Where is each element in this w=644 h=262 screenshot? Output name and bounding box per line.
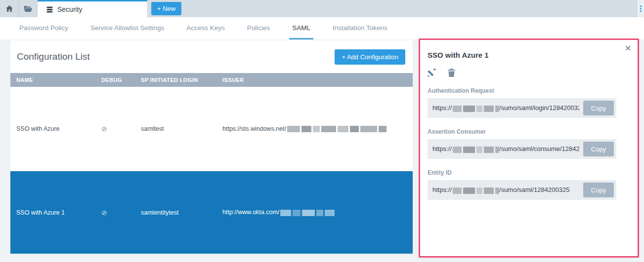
config-name: SSO with Azure 1 [16, 209, 101, 216]
table-row-sso-with-azure[interactable]: SSO with Azure ⊘ samltest https://sts.wi… [10, 87, 413, 171]
tab-policies[interactable]: Policies [244, 17, 273, 39]
folder-icon [24, 5, 32, 12]
authentication-request-field: https:///sumo/saml/login/1284200325 Copy [428, 98, 616, 118]
field-label: Assertion Consumer [428, 128, 630, 135]
tab-installation-tokens[interactable]: Installation Tokens [330, 17, 390, 39]
redacted-blur [280, 210, 335, 216]
copy-entity-id-button[interactable]: Copy [583, 183, 614, 197]
entity-id-group: Entity ID https:///sumo/saml/1284200325 … [428, 169, 630, 200]
copy-assertion-consumer-button[interactable]: Copy [583, 142, 614, 156]
tab-service-allowlist-settings[interactable]: Service Allowlist Settings [87, 17, 167, 39]
edit-button[interactable] [428, 69, 436, 77]
issuer-prefix: http://www.okta.com/ [222, 209, 279, 216]
column-header-sp-initiated-login: SP INITIATED LOGIN [141, 77, 222, 83]
tab-access-keys[interactable]: Access Keys [183, 17, 227, 39]
redacted-blur [453, 147, 499, 153]
debug-disabled-icon: ⊘ [101, 209, 141, 217]
debug-disabled-icon: ⊘ [101, 125, 141, 133]
folder-tab[interactable] [19, 0, 38, 17]
field-value: https:///sumo/saml/consume/128420 [432, 145, 579, 152]
issuer-value: http://www.okta.com/ [222, 209, 413, 216]
entity-id-field: https:///sumo/saml/1284200325 Copy [428, 180, 616, 200]
home-tab[interactable] [0, 0, 19, 17]
column-header-issuer: ISSUER [222, 77, 413, 83]
tab-security[interactable]: Security [38, 0, 147, 17]
tab-security-label: Security [57, 5, 83, 13]
authentication-request-group: Authentication Request https:///sumo/sam… [428, 87, 630, 118]
table-header: NAME DEBUG SP INITIATED LOGIN ISSUER [10, 73, 413, 87]
kebab-menu-icon[interactable] [637, 0, 644, 17]
new-tab-button[interactable]: + New [151, 2, 181, 15]
redacted-blur [287, 126, 386, 132]
redacted-blur [453, 187, 499, 194]
tab-saml[interactable]: SAML [289, 17, 313, 39]
sp-initiated-login-value: samlentitytest [141, 209, 222, 216]
sp-initiated-login-value: samltest [141, 125, 222, 132]
config-name: SSO with Azure [16, 125, 101, 132]
copy-authentication-request-button[interactable]: Copy [583, 101, 614, 115]
redacted-blur [453, 106, 499, 112]
tab-password-policy[interactable]: Password Policy [16, 17, 71, 39]
page-title: Configuration List [17, 51, 90, 62]
home-icon [6, 5, 13, 12]
field-value: https:///sumo/saml/login/1284200325 [432, 104, 579, 112]
add-configuration-button[interactable]: + Add Configuration [335, 49, 405, 65]
issuer-prefix: https://sts.windows.net/ [222, 125, 286, 132]
pencil-icon [428, 69, 436, 77]
field-label: Entity ID [428, 169, 630, 176]
close-icon[interactable]: ✕ [625, 44, 631, 52]
delete-button[interactable] [448, 69, 455, 77]
collection-stack-icon [46, 6, 53, 13]
field-value: https:///sumo/saml/1284200325 [432, 186, 579, 193]
trash-icon [448, 69, 455, 77]
field-label: Authentication Request [428, 87, 630, 94]
assertion-consumer-field: https:///sumo/saml/consume/128420 Copy [428, 139, 616, 159]
column-header-name: NAME [16, 77, 101, 83]
saml-detail-panel: ✕ SSO with Azure 1 Authentication Reques… [419, 38, 639, 258]
issuer-value: https://sts.windows.net/ [222, 125, 413, 132]
detail-panel-title: SSO with Azure 1 [428, 51, 630, 59]
top-tab-bar: Security + New [0, 0, 644, 17]
column-header-debug: DEBUG [101, 77, 141, 83]
configuration-list-card: Configuration List + Add Configuration N… [10, 40, 413, 254]
table-row-sso-with-azure-1[interactable]: SSO with Azure 1 ⊘ samlentitytest http:/… [10, 171, 413, 254]
assertion-consumer-group: Assertion Consumer https:///sumo/saml/co… [428, 128, 630, 159]
security-subnav: Password Policy Service Allowlist Settin… [0, 17, 644, 39]
